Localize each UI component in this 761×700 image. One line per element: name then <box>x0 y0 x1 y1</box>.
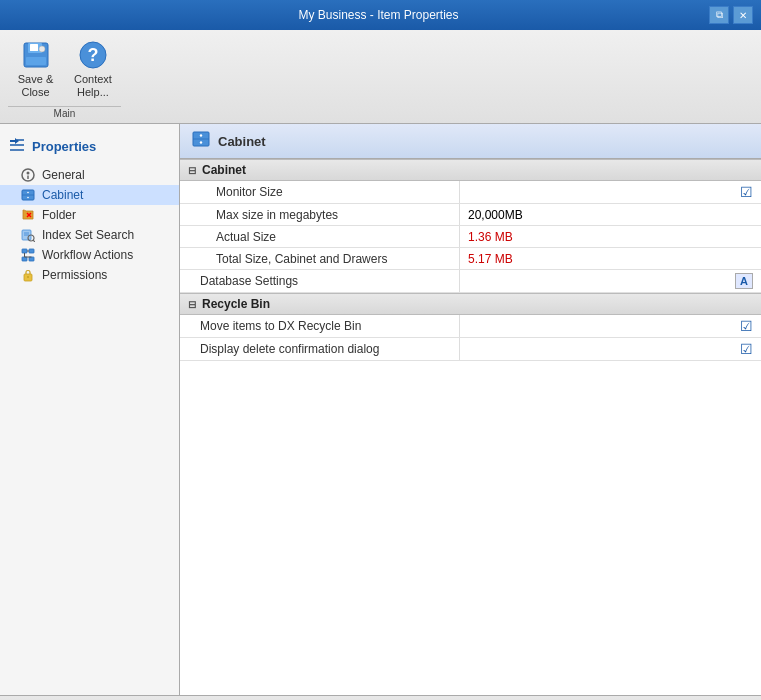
move-items-label-text: Move items to DX Recycle Bin <box>200 319 361 333</box>
section-header-cabinet: ⊟ Cabinet <box>180 159 761 181</box>
panel-title: Cabinet <box>218 134 266 149</box>
toolbar-buttons: Save &Close ? ContextHelp... <box>8 34 121 104</box>
sidebar-item-index-set-search-label: Index Set Search <box>42 228 134 242</box>
prop-row-monitor-size: Monitor Size ☑ <box>180 181 761 204</box>
workflow-actions-icon <box>20 248 36 262</box>
display-delete-label-text: Display delete confirmation dialog <box>200 342 379 356</box>
panel-header: Cabinet <box>180 124 761 159</box>
prop-value-monitor-size: ☑ <box>460 181 761 203</box>
context-help-button[interactable]: ? ContextHelp... <box>65 34 121 104</box>
collapse-icon-recycle-bin[interactable]: ⊟ <box>188 299 196 310</box>
sidebar-item-workflow-actions-label: Workflow Actions <box>42 248 133 262</box>
sidebar-header-label: Properties <box>32 139 96 154</box>
svg-point-11 <box>27 172 30 175</box>
prop-value-db-settings: A <box>460 270 761 292</box>
prop-row-db-settings: Database Settings A <box>180 270 761 293</box>
sidebar-item-permissions[interactable]: Permissions <box>0 265 179 285</box>
close-button[interactable]: ✕ <box>733 6 753 24</box>
general-icon <box>20 168 36 182</box>
prop-row-display-delete: Display delete confirmation dialog ☑ <box>180 338 761 361</box>
collapse-icon-cabinet[interactable]: ⊟ <box>188 165 196 176</box>
prop-row-move-items: Move items to DX Recycle Bin ☑ <box>180 315 761 338</box>
sidebar-item-folder-label: Folder <box>42 208 76 222</box>
prop-label-monitor-size: Monitor Size <box>180 181 460 203</box>
svg-point-36 <box>200 135 202 137</box>
svg-point-10 <box>22 169 34 181</box>
status-bar: ❓ Press F1 for help <box>0 695 761 700</box>
prop-value-display-delete: ☑ <box>460 338 761 360</box>
window-title: My Business - Item Properties <box>48 8 709 22</box>
section-header-recycle-bin: ⊟ Recycle Bin <box>180 293 761 315</box>
svg-rect-27 <box>29 257 34 261</box>
sidebar-item-permissions-label: Permissions <box>42 268 107 282</box>
sidebar-item-workflow-actions[interactable]: Workflow Actions <box>0 245 179 265</box>
sidebar-item-cabinet-label: Cabinet <box>42 188 83 202</box>
svg-point-15 <box>27 192 29 194</box>
toolbar-section-label: Main <box>8 106 121 119</box>
cabinet-icon <box>20 188 36 202</box>
prop-label-max-size: Max size in megabytes <box>180 204 460 225</box>
svg-rect-24 <box>22 249 27 253</box>
svg-rect-26 <box>22 257 27 261</box>
db-settings-button[interactable]: A <box>735 273 753 289</box>
section-label-cabinet: Cabinet <box>202 163 246 177</box>
prop-value-move-items: ☑ <box>460 315 761 337</box>
context-help-label: ContextHelp... <box>74 73 112 99</box>
folder-scissors-icon <box>20 208 36 222</box>
prop-label-move-items: Move items to DX Recycle Bin <box>180 315 460 337</box>
svg-rect-25 <box>29 249 34 253</box>
sidebar-item-general-label: General <box>42 168 85 182</box>
main-content: Properties General Cabine <box>0 124 761 695</box>
context-help-icon: ? <box>77 39 109 71</box>
display-delete-checkbox[interactable]: ☑ <box>740 341 753 357</box>
total-size-value: 5.17 MB <box>468 252 513 266</box>
actual-size-value: 1.36 MB <box>468 230 513 244</box>
svg-point-37 <box>200 142 202 144</box>
svg-line-23 <box>33 240 35 242</box>
toolbar-group-main: Save &Close ? ContextHelp... Main <box>8 34 121 119</box>
permissions-icon <box>20 268 36 282</box>
prop-value-max-size: 20,000MB <box>460 204 761 225</box>
prop-value-actual-size: 1.36 MB <box>460 226 761 247</box>
prop-label-display-delete: Display delete confirmation dialog <box>180 338 460 360</box>
index-set-search-icon <box>20 228 36 242</box>
svg-point-4 <box>39 46 45 52</box>
prop-label-actual-size: Actual Size <box>180 226 460 247</box>
max-size-label-text: Max size in megabytes <box>216 208 338 222</box>
svg-text:?: ? <box>87 45 98 65</box>
save-close-label: Save &Close <box>18 73 53 99</box>
panel-header-icon <box>192 130 210 152</box>
section-label-recycle-bin: Recycle Bin <box>202 297 270 311</box>
toolbar: Save &Close ? ContextHelp... Main <box>0 30 761 124</box>
prop-value-total-size: 5.17 MB <box>460 248 761 269</box>
move-items-checkbox[interactable]: ☑ <box>740 318 753 334</box>
prop-row-actual-size: Actual Size 1.36 MB <box>180 226 761 248</box>
sidebar-item-folder[interactable]: Folder <box>0 205 179 225</box>
total-size-label-text: Total Size, Cabinet and Drawers <box>216 252 387 266</box>
save-close-icon <box>20 39 52 71</box>
save-close-button[interactable]: Save &Close <box>8 34 63 104</box>
prop-label-db-settings: Database Settings <box>180 270 460 292</box>
svg-rect-3 <box>26 57 46 65</box>
properties-icon <box>8 136 26 157</box>
restore-button[interactable]: ⧉ <box>709 6 729 24</box>
svg-point-16 <box>27 197 29 199</box>
svg-point-33 <box>27 276 29 278</box>
title-bar-controls: ⧉ ✕ <box>709 6 753 24</box>
sidebar: Properties General Cabine <box>0 124 180 695</box>
sidebar-item-index-set-search[interactable]: Index Set Search <box>0 225 179 245</box>
monitor-size-label-text: Monitor Size <box>216 185 283 199</box>
monitor-size-checkbox[interactable]: ☑ <box>740 184 753 200</box>
right-panel: Cabinet ⊟ Cabinet Monitor Size ☑ Max si <box>180 124 761 695</box>
svg-rect-2 <box>30 44 38 51</box>
properties-area: ⊟ Cabinet Monitor Size ☑ Max size in meg… <box>180 159 761 695</box>
prop-row-total-size: Total Size, Cabinet and Drawers 5.17 MB <box>180 248 761 270</box>
prop-label-total-size: Total Size, Cabinet and Drawers <box>180 248 460 269</box>
max-size-value: 20,000MB <box>468 208 523 222</box>
sidebar-item-cabinet[interactable]: Cabinet <box>0 185 179 205</box>
db-settings-label-text: Database Settings <box>200 274 298 288</box>
prop-row-max-size: Max size in megabytes 20,000MB <box>180 204 761 226</box>
sidebar-item-general[interactable]: General <box>0 165 179 185</box>
actual-size-label-text: Actual Size <box>216 230 276 244</box>
title-bar: My Business - Item Properties ⧉ ✕ <box>0 0 761 30</box>
